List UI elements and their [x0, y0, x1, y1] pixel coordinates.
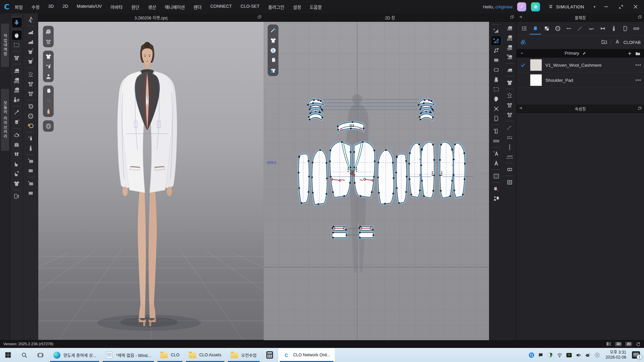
toggle-3d-badge[interactable]: 3D	[615, 342, 622, 346]
sew-edit-2d-tool[interactable]	[504, 43, 515, 52]
transform-pattern-tool[interactable]	[491, 26, 501, 36]
shrink-tool[interactable]	[504, 78, 515, 87]
account-greeting[interactable]: Hello, crkginew	[483, 4, 513, 9]
canvas-2d[interactable]: 659.6	[264, 22, 489, 340]
wifi-tray-icon[interactable]	[557, 352, 562, 358]
clo-app-logo[interactable]: C	[0, 3, 13, 11]
clofab-label[interactable]: CLOFAB	[624, 40, 641, 45]
tab-topstitch[interactable]	[575, 23, 585, 34]
intersect-tool[interactable]	[491, 104, 501, 114]
fabric-list-item[interactable]: V1_Woven_Wool_Cashmere•••	[517, 58, 644, 73]
zipper-pin-tool[interactable]	[25, 134, 36, 143]
pattern-piece[interactable]	[354, 142, 375, 197]
toggle-2d-badge[interactable]: 2D	[625, 342, 632, 346]
fabric-swatch-thumbnail[interactable]	[530, 74, 542, 86]
tab-tape[interactable]	[631, 23, 641, 34]
property-panel-titlebar[interactable]: 속성창	[517, 105, 644, 113]
text-tool[interactable]	[491, 159, 501, 168]
menu-item-10[interactable]: CONNECT	[210, 4, 232, 10]
fabric-list-item[interactable]: Shoulder_Pad•••	[517, 73, 644, 88]
folder-icon[interactable]	[635, 51, 641, 56]
pleat-tool[interactable]	[491, 171, 501, 181]
taskbar-button--제목-없음-wind-[interactable]: *제목 없음 - Wind...	[101, 348, 156, 362]
undock-2d-icon[interactable]	[510, 15, 514, 20]
button-pin-tool[interactable]	[25, 102, 36, 111]
clo-library-icon[interactable]	[520, 39, 527, 46]
plane-select-tool[interactable]	[25, 156, 36, 166]
pattern-piece[interactable]	[409, 143, 420, 197]
close-button[interactable]	[631, 2, 641, 11]
pattern-avatar-tool[interactable]	[491, 184, 501, 194]
task-view-button[interactable]	[32, 348, 48, 362]
show-3d-objects[interactable]	[44, 27, 53, 36]
animation-tool[interactable]	[25, 15, 36, 24]
pattern-piece[interactable]	[330, 142, 351, 197]
avatar-pattern-tool[interactable]	[491, 194, 501, 203]
tab-puckering[interactable]	[586, 23, 596, 34]
nvidia-tray-icon[interactable]	[566, 352, 572, 358]
split-view-icon[interactable]	[606, 342, 611, 346]
baste-tool[interactable]	[504, 90, 515, 100]
show-avatar[interactable]	[44, 72, 53, 80]
show-fabric[interactable]	[269, 56, 277, 64]
box-select-tool[interactable]	[12, 40, 22, 50]
show-pins[interactable]	[44, 62, 53, 70]
item-menu-button[interactable]: •••	[635, 77, 641, 83]
menu-item-2[interactable]: 3D	[48, 4, 54, 10]
simulation-button[interactable]: SIMULATION ▼	[548, 4, 596, 9]
tab-zipper[interactable]	[609, 23, 619, 34]
tab-history-window[interactable]: 작업내역창	[1, 23, 9, 67]
pattern-piece[interactable]	[440, 142, 453, 198]
arrangement-points-tool[interactable]	[12, 149, 22, 159]
tab-bow[interactable]	[598, 23, 608, 34]
sleeve-cap-pattern-cluster[interactable]	[308, 99, 323, 120]
tab-trim[interactable]	[620, 23, 630, 34]
pattern-piece[interactable]	[396, 154, 407, 203]
menu-item-5[interactable]: 아바타	[111, 4, 123, 10]
pin-box-tool[interactable]	[12, 117, 22, 127]
viewport-2d-titlebar[interactable]: 2D 창	[264, 13, 516, 22]
segment-sew-2d-tool[interactable]	[504, 23, 515, 33]
avatar-pose2-tool[interactable]	[25, 37, 36, 47]
undock-property-panel-icon[interactable]	[638, 106, 642, 111]
pattern-piece[interactable]	[299, 154, 309, 203]
search-button[interactable]	[16, 348, 32, 362]
volume-tray-icon[interactable]	[576, 352, 581, 358]
show-environment[interactable]	[44, 122, 53, 130]
menu-item-7[interactable]: 생산	[148, 4, 156, 10]
pleat-fold-tool[interactable]	[504, 177, 515, 187]
show-2d-garment[interactable]	[269, 36, 277, 44]
fabric-map-tool[interactable]	[25, 79, 36, 89]
glove-reset-tool[interactable]	[12, 169, 22, 179]
ai-assistant-button[interactable]	[517, 2, 526, 11]
grading-tool[interactable]	[491, 126, 501, 136]
plane-tool[interactable]	[25, 166, 36, 176]
button-lock-tool[interactable]	[25, 121, 36, 131]
show-fabric-front[interactable]	[44, 87, 53, 95]
item-menu-button[interactable]: •••	[635, 62, 641, 68]
undock-object-panel-icon[interactable]	[638, 15, 642, 20]
tab-modular-library[interactable]: 모듈러 라이브러리	[1, 89, 9, 151]
avatar-pose-tool[interactable]	[25, 27, 36, 37]
internal-line-tool[interactable]	[504, 132, 515, 142]
add-folder-icon[interactable]	[601, 39, 607, 46]
fabric-map2-tool[interactable]	[25, 89, 36, 99]
menu-item-14[interactable]: 도움말	[310, 4, 322, 10]
taskbar-button-clo-assets[interactable]: CLO Assets	[184, 348, 226, 362]
menu-item-0[interactable]: 파일	[15, 4, 23, 10]
menu-item-4[interactable]: Materials/UV	[77, 4, 102, 10]
drape-tool[interactable]	[12, 179, 22, 188]
chat-tray-icon[interactable]	[538, 352, 544, 358]
taskbar-button-calculator[interactable]	[261, 348, 278, 362]
disconnect-tray-icon[interactable]	[594, 352, 600, 358]
button-tool[interactable]	[25, 111, 36, 121]
maximize-button[interactable]	[616, 2, 626, 11]
needle-tool[interactable]	[269, 26, 277, 34]
menu-item-3[interactable]: 2D	[62, 4, 68, 10]
steam-iron-tool[interactable]	[504, 65, 515, 75]
arrangement-check-tool[interactable]	[12, 140, 22, 149]
sew-check-tool[interactable]	[504, 52, 515, 62]
canvas-3d[interactable]	[38, 22, 264, 340]
collapse-section-caret[interactable]	[520, 51, 524, 55]
show-garment[interactable]	[44, 52, 53, 60]
